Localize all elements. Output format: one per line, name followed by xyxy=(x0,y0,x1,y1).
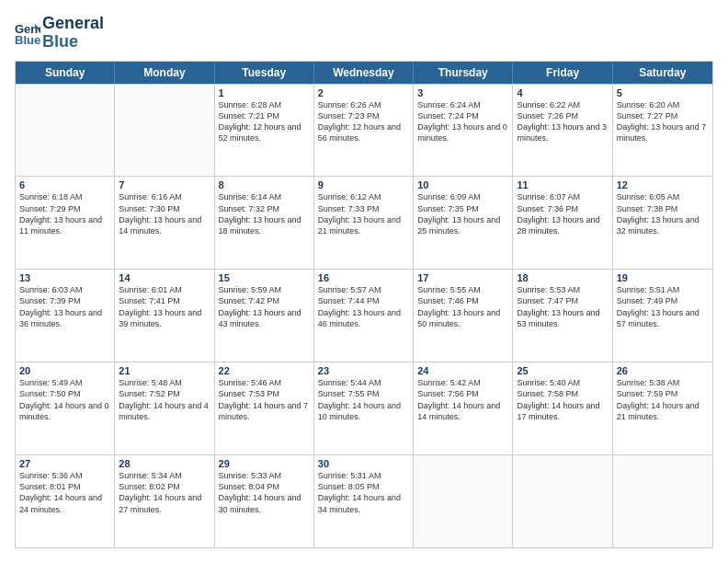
calendar-day-22: 22Sunrise: 5:46 AM Sunset: 7:53 PM Dayli… xyxy=(215,362,314,454)
calendar-day-27: 27Sunrise: 5:36 AM Sunset: 8:01 PM Dayli… xyxy=(16,455,115,547)
calendar-day-20: 20Sunrise: 5:49 AM Sunset: 7:50 PM Dayli… xyxy=(16,362,115,454)
weekday-header-saturday: Saturday xyxy=(613,62,712,84)
calendar-day-28: 28Sunrise: 5:34 AM Sunset: 8:02 PM Dayli… xyxy=(115,455,214,547)
day-number: 2 xyxy=(318,87,409,98)
day-number: 16 xyxy=(318,272,409,283)
logo-icon: General Blue xyxy=(15,20,40,46)
calendar-day-12: 12Sunrise: 6:05 AM Sunset: 7:38 PM Dayli… xyxy=(613,177,712,269)
day-info: Sunrise: 6:14 AM Sunset: 7:32 PM Dayligh… xyxy=(219,191,310,236)
calendar-day-9: 9Sunrise: 6:12 AM Sunset: 7:33 PM Daylig… xyxy=(314,177,414,269)
weekday-header-tuesday: Tuesday xyxy=(215,62,314,84)
day-number: 9 xyxy=(318,179,409,190)
calendar-row-3: 13Sunrise: 6:03 AM Sunset: 7:39 PM Dayli… xyxy=(16,269,712,362)
calendar-day-4: 4Sunrise: 6:22 AM Sunset: 7:26 PM Daylig… xyxy=(513,85,612,177)
day-info: Sunrise: 6:20 AM Sunset: 7:27 PM Dayligh… xyxy=(617,99,709,144)
day-number: 11 xyxy=(517,179,608,190)
day-info: Sunrise: 5:48 AM Sunset: 7:52 PM Dayligh… xyxy=(119,377,210,422)
day-number: 8 xyxy=(219,179,310,190)
day-number: 1 xyxy=(219,87,310,98)
calendar-page: General Blue General Blue SundayMondayTu… xyxy=(0,0,728,563)
day-number: 15 xyxy=(219,272,310,283)
calendar-day-10: 10Sunrise: 6:09 AM Sunset: 7:35 PM Dayli… xyxy=(414,177,513,269)
day-number: 29 xyxy=(219,458,310,469)
day-info: Sunrise: 6:12 AM Sunset: 7:33 PM Dayligh… xyxy=(318,191,409,236)
calendar-day-13: 13Sunrise: 6:03 AM Sunset: 7:39 PM Dayli… xyxy=(16,270,115,362)
day-number: 24 xyxy=(417,365,508,376)
weekday-header-wednesday: Wednesday xyxy=(314,62,414,84)
day-info: Sunrise: 5:36 AM Sunset: 8:01 PM Dayligh… xyxy=(19,470,110,515)
day-info: Sunrise: 6:07 AM Sunset: 7:36 PM Dayligh… xyxy=(517,191,608,236)
day-info: Sunrise: 5:31 AM Sunset: 8:05 PM Dayligh… xyxy=(318,470,409,515)
calendar-day-8: 8Sunrise: 6:14 AM Sunset: 7:32 PM Daylig… xyxy=(215,177,314,269)
day-info: Sunrise: 5:53 AM Sunset: 7:47 PM Dayligh… xyxy=(517,284,608,329)
calendar-day-5: 5Sunrise: 6:20 AM Sunset: 7:27 PM Daylig… xyxy=(613,85,712,177)
calendar-day-29: 29Sunrise: 5:33 AM Sunset: 8:04 PM Dayli… xyxy=(215,455,314,547)
svg-text:Blue: Blue xyxy=(15,33,40,46)
day-number: 12 xyxy=(617,179,709,190)
day-info: Sunrise: 5:38 AM Sunset: 7:59 PM Dayligh… xyxy=(617,377,709,422)
day-info: Sunrise: 6:09 AM Sunset: 7:35 PM Dayligh… xyxy=(417,191,508,236)
calendar: SundayMondayTuesdayWednesdayThursdayFrid… xyxy=(15,61,713,548)
calendar-day-21: 21Sunrise: 5:48 AM Sunset: 7:52 PM Dayli… xyxy=(115,362,214,454)
day-info: Sunrise: 6:03 AM Sunset: 7:39 PM Dayligh… xyxy=(19,284,110,329)
calendar-day-26: 26Sunrise: 5:38 AM Sunset: 7:59 PM Dayli… xyxy=(613,362,712,454)
calendar-day-15: 15Sunrise: 5:59 AM Sunset: 7:42 PM Dayli… xyxy=(215,270,314,362)
calendar-day-25: 25Sunrise: 5:40 AM Sunset: 7:58 PM Dayli… xyxy=(513,362,612,454)
day-number: 19 xyxy=(617,272,709,283)
day-info: Sunrise: 5:51 AM Sunset: 7:49 PM Dayligh… xyxy=(617,284,709,329)
calendar-day-18: 18Sunrise: 5:53 AM Sunset: 7:47 PM Dayli… xyxy=(513,270,612,362)
day-number: 20 xyxy=(19,365,110,376)
weekday-header-thursday: Thursday xyxy=(414,62,513,84)
day-number: 17 xyxy=(417,272,508,283)
calendar-empty-cell xyxy=(513,455,612,547)
logo: General Blue General Blue xyxy=(15,15,104,52)
calendar-row-4: 20Sunrise: 5:49 AM Sunset: 7:50 PM Dayli… xyxy=(16,362,712,454)
calendar-day-3: 3Sunrise: 6:24 AM Sunset: 7:24 PM Daylig… xyxy=(414,85,513,177)
day-number: 7 xyxy=(119,179,210,190)
day-info: Sunrise: 6:26 AM Sunset: 7:23 PM Dayligh… xyxy=(318,99,409,144)
day-info: Sunrise: 5:49 AM Sunset: 7:50 PM Dayligh… xyxy=(19,377,110,422)
day-info: Sunrise: 5:57 AM Sunset: 7:44 PM Dayligh… xyxy=(318,284,409,329)
day-info: Sunrise: 5:55 AM Sunset: 7:46 PM Dayligh… xyxy=(417,284,508,329)
day-info: Sunrise: 5:42 AM Sunset: 7:56 PM Dayligh… xyxy=(417,377,508,422)
day-info: Sunrise: 5:44 AM Sunset: 7:55 PM Dayligh… xyxy=(318,377,409,422)
day-number: 4 xyxy=(517,87,608,98)
day-number: 18 xyxy=(517,272,608,283)
day-number: 27 xyxy=(19,458,110,469)
day-number: 6 xyxy=(19,179,110,190)
day-info: Sunrise: 6:05 AM Sunset: 7:38 PM Dayligh… xyxy=(617,191,709,236)
calendar-body: 1Sunrise: 6:28 AM Sunset: 7:21 PM Daylig… xyxy=(16,84,712,547)
day-info: Sunrise: 6:24 AM Sunset: 7:24 PM Dayligh… xyxy=(417,99,508,144)
day-info: Sunrise: 5:33 AM Sunset: 8:04 PM Dayligh… xyxy=(219,470,310,515)
day-number: 5 xyxy=(617,87,709,98)
calendar-row-5: 27Sunrise: 5:36 AM Sunset: 8:01 PM Dayli… xyxy=(16,454,712,547)
day-number: 26 xyxy=(617,365,709,376)
day-info: Sunrise: 6:18 AM Sunset: 7:29 PM Dayligh… xyxy=(19,191,110,236)
day-info: Sunrise: 5:34 AM Sunset: 8:02 PM Dayligh… xyxy=(119,470,210,515)
weekday-header-monday: Monday xyxy=(115,62,214,84)
day-info: Sunrise: 6:22 AM Sunset: 7:26 PM Dayligh… xyxy=(517,99,608,144)
calendar-day-11: 11Sunrise: 6:07 AM Sunset: 7:36 PM Dayli… xyxy=(513,177,612,269)
day-number: 3 xyxy=(417,87,508,98)
calendar-day-24: 24Sunrise: 5:42 AM Sunset: 7:56 PM Dayli… xyxy=(414,362,513,454)
day-info: Sunrise: 5:46 AM Sunset: 7:53 PM Dayligh… xyxy=(219,377,310,422)
day-info: Sunrise: 5:59 AM Sunset: 7:42 PM Dayligh… xyxy=(219,284,310,329)
calendar-day-7: 7Sunrise: 6:16 AM Sunset: 7:30 PM Daylig… xyxy=(115,177,214,269)
day-info: Sunrise: 6:01 AM Sunset: 7:41 PM Dayligh… xyxy=(119,284,210,329)
day-number: 30 xyxy=(318,458,409,469)
day-info: Sunrise: 5:40 AM Sunset: 7:58 PM Dayligh… xyxy=(517,377,608,422)
calendar-day-17: 17Sunrise: 5:55 AM Sunset: 7:46 PM Dayli… xyxy=(414,270,513,362)
calendar-day-14: 14Sunrise: 6:01 AM Sunset: 7:41 PM Dayli… xyxy=(115,270,214,362)
calendar-day-16: 16Sunrise: 5:57 AM Sunset: 7:44 PM Dayli… xyxy=(314,270,414,362)
calendar-header: SundayMondayTuesdayWednesdayThursdayFrid… xyxy=(16,62,712,84)
weekday-header-friday: Friday xyxy=(513,62,612,84)
weekday-header-sunday: Sunday xyxy=(16,62,115,84)
calendar-day-30: 30Sunrise: 5:31 AM Sunset: 8:05 PM Dayli… xyxy=(314,455,414,547)
calendar-day-1: 1Sunrise: 6:28 AM Sunset: 7:21 PM Daylig… xyxy=(215,85,314,177)
day-number: 22 xyxy=(219,365,310,376)
calendar-day-2: 2Sunrise: 6:26 AM Sunset: 7:23 PM Daylig… xyxy=(314,85,414,177)
calendar-day-19: 19Sunrise: 5:51 AM Sunset: 7:49 PM Dayli… xyxy=(613,270,712,362)
day-info: Sunrise: 6:28 AM Sunset: 7:21 PM Dayligh… xyxy=(219,99,310,144)
calendar-empty-cell xyxy=(613,455,712,547)
calendar-empty-cell xyxy=(115,85,214,177)
